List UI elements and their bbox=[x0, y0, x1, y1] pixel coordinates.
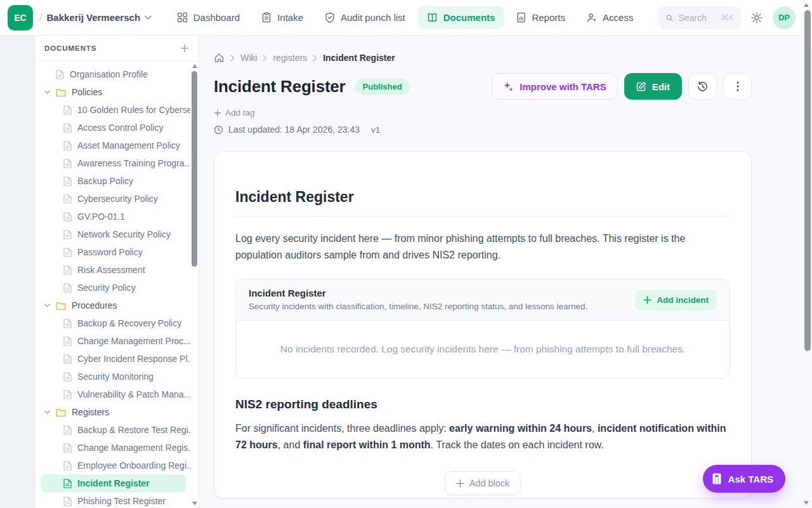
chevron-down-icon bbox=[44, 304, 50, 307]
history-icon bbox=[697, 81, 709, 93]
tree-label: Policies bbox=[72, 87, 102, 97]
sidebar-folder-policies[interactable]: Policies bbox=[36, 83, 190, 101]
sidebar-item-risk-assessment[interactable]: Risk Assessment bbox=[36, 261, 190, 279]
file-icon bbox=[63, 337, 72, 346]
user-avatar[interactable]: DP bbox=[773, 6, 796, 29]
plus-icon bbox=[214, 109, 221, 117]
sidebar-item-organisation-profile[interactable]: Organisation Profile bbox=[36, 65, 190, 83]
sidebar-item-awareness-training-programme[interactable]: Awareness Training Progra... bbox=[36, 154, 190, 172]
file-icon bbox=[63, 194, 72, 204]
file-icon bbox=[63, 159, 72, 168]
sidebar-item-vulnerability-patch-management[interactable]: Vulnerability & Patch Mana... bbox=[36, 385, 190, 403]
breadcrumb-wiki[interactable]: Wiki bbox=[240, 53, 257, 63]
app-logo[interactable]: EC bbox=[8, 5, 33, 30]
sidebar-folder-procedures[interactable]: Procedures bbox=[36, 297, 190, 314]
brand: EC / Bakkerij Vermeersch bbox=[8, 5, 152, 30]
file-icon bbox=[63, 479, 72, 488]
file-icon bbox=[63, 425, 72, 435]
nav-label: Audit punch list bbox=[341, 12, 405, 23]
sidebar-folder-registers[interactable]: Registers bbox=[36, 403, 190, 421]
sidebar-item-employee-onboarding-register[interactable]: Employee Onboarding Regi... bbox=[36, 457, 190, 474]
nav-access[interactable]: Access bbox=[578, 6, 642, 29]
scroll-up-icon[interactable] bbox=[192, 64, 198, 69]
sidebar-item-network-security-policy[interactable]: Network Security Policy bbox=[36, 225, 190, 243]
nav-label: Access bbox=[603, 12, 633, 23]
file-icon bbox=[63, 497, 72, 506]
scroll-up-icon[interactable] bbox=[803, 3, 809, 8]
nav-intake[interactable]: Intake bbox=[252, 6, 312, 29]
version-history-button[interactable] bbox=[688, 73, 717, 100]
sidebar-item-change-management-procedure[interactable]: Change Management Proc... bbox=[36, 332, 190, 350]
top-navbar: EC / Bakkerij Vermeersch Dashboard Intak… bbox=[0, 0, 812, 36]
ask-tars-button[interactable]: Ask TARS bbox=[703, 465, 785, 493]
title-row: Incident Register Published Improve with… bbox=[214, 73, 752, 100]
sidebar-item-10-golden-rules[interactable]: 10 Golden Rules for Cyberse... bbox=[36, 101, 190, 119]
sidebar-scrollbar[interactable] bbox=[192, 64, 198, 506]
search-input[interactable] bbox=[678, 13, 715, 23]
improve-with-tars-button[interactable]: Improve with TARS bbox=[492, 73, 617, 100]
sidebar-item-security-monitoring[interactable]: Security Monitoring bbox=[36, 368, 190, 385]
settings-button[interactable] bbox=[750, 11, 763, 24]
tree-label: Security Monitoring bbox=[77, 371, 154, 382]
sidebar-item-incident-register[interactable]: Incident Register bbox=[41, 474, 187, 492]
sidebar-item-change-management-register[interactable]: Change Management Regis... bbox=[36, 439, 190, 457]
add-document-button[interactable] bbox=[180, 43, 190, 53]
sidebar-scroll-thumb[interactable] bbox=[192, 71, 197, 267]
folder-icon bbox=[56, 408, 66, 417]
search-box[interactable]: ⌘K bbox=[658, 6, 741, 29]
folder-icon bbox=[56, 302, 66, 310]
sidebar-item-backup-policy[interactable]: Backup Policy bbox=[36, 172, 190, 190]
sidebar-item-backup-restore-test-register[interactable]: Backup & Restore Test Regi... bbox=[36, 421, 190, 439]
scroll-down-icon[interactable] bbox=[192, 501, 198, 506]
tars-robot-icon bbox=[711, 472, 723, 485]
sidebar-item-backup-recovery-policy[interactable]: Backup & Recovery Policy bbox=[36, 314, 190, 332]
org-switcher[interactable]: / Bakkerij Vermeersch bbox=[39, 12, 152, 23]
document-tree: Organisation Profile Policies 10 Golden … bbox=[36, 62, 190, 508]
nav-reports[interactable]: Reports bbox=[508, 6, 574, 29]
edit-button[interactable]: Edit bbox=[624, 73, 682, 100]
nav-documents[interactable]: Documents bbox=[418, 6, 504, 29]
chevron-down-icon bbox=[44, 90, 50, 94]
sidebar-item-phishing-test-register[interactable]: Phishing Test Register bbox=[36, 492, 190, 508]
clipboard-icon bbox=[261, 12, 272, 23]
tree-label: Change Management Proc... bbox=[77, 336, 190, 346]
main-scrollbar[interactable] bbox=[803, 0, 812, 508]
ellipsis-vertical-icon bbox=[737, 81, 739, 91]
file-icon bbox=[63, 177, 72, 186]
navbar-right: ⌘K DP bbox=[658, 6, 796, 29]
sidebar-item-cybersecurity-policy[interactable]: Cybersecurity Policy bbox=[36, 190, 190, 208]
tree-label: Network Security Policy bbox=[77, 229, 171, 239]
add-incident-button[interactable]: Add incident bbox=[635, 290, 717, 311]
breadcrumb-registers[interactable]: registers bbox=[273, 53, 307, 63]
page-title: Incident Register bbox=[214, 77, 346, 97]
chevron-down-icon bbox=[44, 410, 50, 414]
more-options-button[interactable] bbox=[723, 73, 752, 100]
home-icon[interactable] bbox=[214, 53, 225, 63]
sidebar-item-gv-po-01-1[interactable]: GV.PO-01.1 bbox=[36, 208, 190, 225]
tree-label: Risk Assessment bbox=[77, 265, 145, 275]
sidebar-item-access-control-policy[interactable]: Access Control Policy bbox=[36, 119, 190, 137]
scroll-down-icon[interactable] bbox=[803, 500, 809, 505]
sidebar-item-cyber-incident-response-plan[interactable]: Cyber Incident Response Pl... bbox=[36, 350, 190, 368]
sidebar-item-security-policy[interactable]: Security Policy bbox=[36, 279, 190, 297]
nav-audit-punch-list[interactable]: Audit punch list bbox=[316, 6, 414, 29]
file-icon bbox=[63, 372, 72, 382]
main-scroll-thumb[interactable] bbox=[804, 10, 811, 351]
nav-label: Intake bbox=[277, 12, 303, 23]
tree-label: Backup & Restore Test Regi... bbox=[77, 425, 190, 435]
tree-label: Vulnerability & Patch Mana... bbox=[77, 389, 190, 399]
sidebar-item-asset-management-policy[interactable]: Asset Management Policy bbox=[36, 137, 190, 154]
incident-register-widget: Incident Register Security incidents wit… bbox=[235, 279, 730, 378]
sidebar-item-password-policy[interactable]: Password Policy bbox=[36, 243, 190, 261]
report-doc-icon bbox=[516, 12, 526, 23]
add-incident-label: Add incident bbox=[657, 295, 709, 305]
document-card: Incident Register Log every security inc… bbox=[214, 151, 752, 498]
add-tag-button[interactable]: Add tag bbox=[214, 108, 255, 117]
add-block-button[interactable]: Add block bbox=[445, 471, 521, 495]
text-segment: . Track the dates on each incident row. bbox=[431, 439, 604, 450]
last-updated-text: Last updated: 18 Apr 2026, 23:43 bbox=[228, 124, 360, 135]
nav-dashboard[interactable]: Dashboard bbox=[168, 6, 249, 29]
add-tag-label: Add tag bbox=[225, 108, 255, 117]
file-icon bbox=[63, 105, 72, 115]
user-settings-icon bbox=[587, 13, 597, 23]
